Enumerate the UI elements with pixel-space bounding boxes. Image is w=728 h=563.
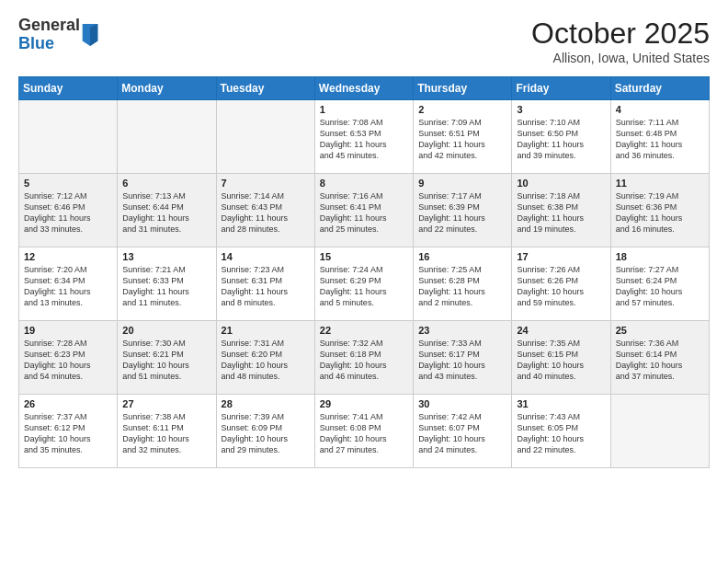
day-info: Sunrise: 7:43 AM Sunset: 6:05 PM Dayligh… [517,411,605,456]
day-number: 29 [320,398,408,409]
day-info: Sunrise: 7:41 AM Sunset: 6:08 PM Dayligh… [320,411,408,456]
calendar-week-5: 26Sunrise: 7:37 AM Sunset: 6:12 PM Dayli… [19,395,710,468]
day-info: Sunrise: 7:28 AM Sunset: 6:23 PM Dayligh… [24,338,112,383]
logo-icon [82,24,98,46]
day-info: Sunrise: 7:26 AM Sunset: 6:26 PM Dayligh… [517,264,605,309]
table-row [19,100,118,174]
day-number: 4 [616,104,704,115]
day-info: Sunrise: 7:25 AM Sunset: 6:28 PM Dayligh… [418,264,506,309]
day-number: 22 [320,325,408,336]
day-info: Sunrise: 7:13 AM Sunset: 6:44 PM Dayligh… [122,190,210,236]
day-number: 28 [222,398,310,409]
day-info: Sunrise: 7:18 AM Sunset: 6:38 PM Dayligh… [517,190,605,236]
day-number: 6 [122,178,210,189]
table-row: 23Sunrise: 7:33 AM Sunset: 6:17 PM Dayli… [414,321,512,395]
location: Allison, Iowa, United States [531,51,710,65]
table-row: 18Sunrise: 7:27 AM Sunset: 6:24 PM Dayli… [610,247,709,321]
page: General Blue October 2025 Allison, Iowa,… [0,0,728,563]
day-info: Sunrise: 7:17 AM Sunset: 6:39 PM Dayligh… [418,190,506,236]
table-row: 3Sunrise: 7:10 AM Sunset: 6:50 PM Daylig… [512,100,610,174]
day-info: Sunrise: 7:14 AM Sunset: 6:43 PM Dayligh… [222,190,310,236]
day-number: 11 [616,178,704,189]
day-number: 8 [320,178,408,189]
day-number: 23 [418,325,506,336]
day-number: 18 [616,251,704,262]
day-number: 26 [24,398,112,409]
table-row [216,100,314,174]
logo-text: General Blue [18,17,80,53]
day-number: 10 [517,178,605,189]
day-number: 14 [222,251,310,262]
day-info: Sunrise: 7:16 AM Sunset: 6:41 PM Dayligh… [320,190,408,236]
day-info: Sunrise: 7:20 AM Sunset: 6:34 PM Dayligh… [24,264,112,309]
calendar: Sunday Monday Tuesday Wednesday Thursday… [18,76,710,468]
table-row: 22Sunrise: 7:32 AM Sunset: 6:18 PM Dayli… [314,321,413,395]
table-row: 31Sunrise: 7:43 AM Sunset: 6:05 PM Dayli… [512,395,610,468]
day-info: Sunrise: 7:30 AM Sunset: 6:21 PM Dayligh… [122,338,210,383]
table-row: 24Sunrise: 7:35 AM Sunset: 6:15 PM Dayli… [512,321,610,395]
table-row [118,100,216,174]
day-info: Sunrise: 7:27 AM Sunset: 6:24 PM Dayligh… [616,264,704,309]
day-info: Sunrise: 7:19 AM Sunset: 6:36 PM Dayligh… [616,190,704,236]
table-row: 29Sunrise: 7:41 AM Sunset: 6:08 PM Dayli… [314,395,413,468]
logo-general: General [18,16,80,34]
day-number: 2 [418,104,506,115]
table-row: 6Sunrise: 7:13 AM Sunset: 6:44 PM Daylig… [118,174,216,247]
header: General Blue October 2025 Allison, Iowa,… [18,17,710,65]
calendar-week-1: 1Sunrise: 7:08 AM Sunset: 6:53 PM Daylig… [19,100,710,174]
col-wednesday: Wednesday [314,77,413,100]
logo: General Blue [18,17,98,53]
day-info: Sunrise: 7:42 AM Sunset: 6:07 PM Dayligh… [418,411,506,456]
day-number: 30 [418,398,506,409]
day-info: Sunrise: 7:21 AM Sunset: 6:33 PM Dayligh… [122,264,210,309]
col-monday: Monday [118,77,216,100]
table-row: 12Sunrise: 7:20 AM Sunset: 6:34 PM Dayli… [19,247,118,321]
day-number: 19 [24,325,112,336]
table-row: 20Sunrise: 7:30 AM Sunset: 6:21 PM Dayli… [118,321,216,395]
table-row: 13Sunrise: 7:21 AM Sunset: 6:33 PM Dayli… [118,247,216,321]
day-number: 12 [24,251,112,262]
table-row: 1Sunrise: 7:08 AM Sunset: 6:53 PM Daylig… [314,100,413,174]
calendar-week-3: 12Sunrise: 7:20 AM Sunset: 6:34 PM Dayli… [19,247,710,321]
col-sunday: Sunday [19,77,118,100]
day-info: Sunrise: 7:12 AM Sunset: 6:46 PM Dayligh… [24,190,112,236]
day-number: 17 [517,251,605,262]
table-row: 8Sunrise: 7:16 AM Sunset: 6:41 PM Daylig… [314,174,413,247]
table-row: 15Sunrise: 7:24 AM Sunset: 6:29 PM Dayli… [314,247,413,321]
day-number: 9 [418,178,506,189]
day-number: 31 [517,398,605,409]
title-block: October 2025 Allison, Iowa, United State… [531,17,710,65]
day-info: Sunrise: 7:32 AM Sunset: 6:18 PM Dayligh… [320,338,408,383]
day-info: Sunrise: 7:37 AM Sunset: 6:12 PM Dayligh… [24,411,112,456]
day-number: 5 [24,178,112,189]
day-info: Sunrise: 7:11 AM Sunset: 6:48 PM Dayligh… [616,117,704,162]
day-number: 15 [320,251,408,262]
table-row: 2Sunrise: 7:09 AM Sunset: 6:51 PM Daylig… [414,100,512,174]
calendar-week-4: 19Sunrise: 7:28 AM Sunset: 6:23 PM Dayli… [19,321,710,395]
table-row: 5Sunrise: 7:12 AM Sunset: 6:46 PM Daylig… [19,174,118,247]
calendar-header-row: Sunday Monday Tuesday Wednesday Thursday… [19,77,710,100]
day-number: 3 [517,104,605,115]
day-info: Sunrise: 7:39 AM Sunset: 6:09 PM Dayligh… [222,411,310,456]
table-row: 9Sunrise: 7:17 AM Sunset: 6:39 PM Daylig… [414,174,512,247]
table-row [610,395,709,468]
logo-blue: Blue [18,34,54,52]
table-row: 27Sunrise: 7:38 AM Sunset: 6:11 PM Dayli… [118,395,216,468]
table-row: 25Sunrise: 7:36 AM Sunset: 6:14 PM Dayli… [610,321,709,395]
svg-marker-1 [90,24,97,46]
day-info: Sunrise: 7:36 AM Sunset: 6:14 PM Dayligh… [616,338,704,383]
table-row: 26Sunrise: 7:37 AM Sunset: 6:12 PM Dayli… [19,395,118,468]
table-row: 17Sunrise: 7:26 AM Sunset: 6:26 PM Dayli… [512,247,610,321]
day-number: 25 [616,325,704,336]
day-info: Sunrise: 7:35 AM Sunset: 6:15 PM Dayligh… [517,338,605,383]
table-row: 19Sunrise: 7:28 AM Sunset: 6:23 PM Dayli… [19,321,118,395]
day-number: 20 [122,325,210,336]
day-info: Sunrise: 7:38 AM Sunset: 6:11 PM Dayligh… [122,411,210,456]
day-number: 7 [222,178,310,189]
col-thursday: Thursday [414,77,512,100]
day-info: Sunrise: 7:09 AM Sunset: 6:51 PM Dayligh… [418,117,506,162]
table-row: 10Sunrise: 7:18 AM Sunset: 6:38 PM Dayli… [512,174,610,247]
col-tuesday: Tuesday [216,77,314,100]
day-info: Sunrise: 7:08 AM Sunset: 6:53 PM Dayligh… [320,117,408,162]
day-number: 27 [122,398,210,409]
